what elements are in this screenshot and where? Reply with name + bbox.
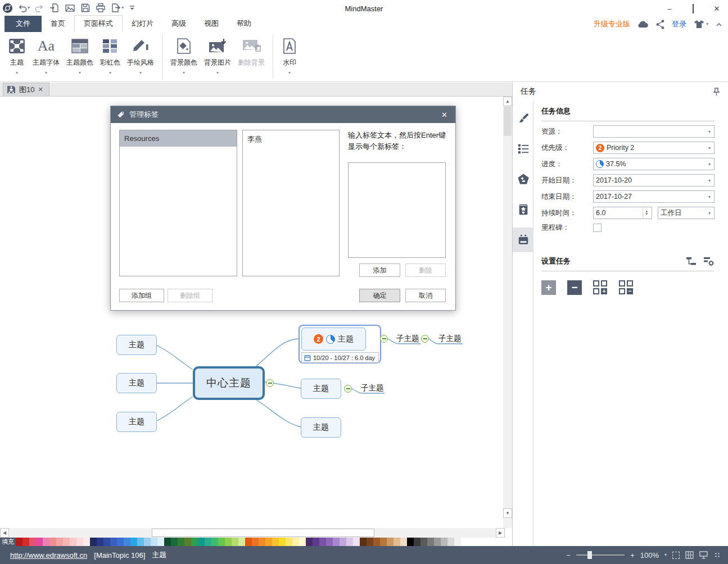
document-tab[interactable]: 图10 ✕	[3, 83, 49, 96]
zoom-out-button[interactable]: −	[567, 551, 571, 560]
theme-font-button[interactable]: Aa 主题字体 ▾	[29, 32, 63, 81]
maximize-button[interactable]	[686, 4, 700, 13]
fill-color-swatch[interactable]	[313, 538, 319, 546]
add-group-button[interactable]: 添加组	[119, 289, 164, 302]
topic-node[interactable]: 主题	[301, 379, 341, 399]
duration-input[interactable]: 6.0 ▲ ▼	[593, 207, 652, 219]
edrawsoft-link[interactable]: http://www.edrawsoft.cn	[10, 551, 87, 560]
fill-color-swatch[interactable]	[360, 538, 367, 546]
fill-color-swatch[interactable]	[245, 538, 252, 546]
fill-color-swatch[interactable]	[184, 538, 191, 546]
milestone-checkbox[interactable]	[593, 224, 602, 232]
fill-color-swatch[interactable]	[218, 538, 225, 546]
collapse-toggle[interactable]	[380, 335, 388, 343]
horizontal-scroll-thumb[interactable]	[152, 529, 374, 537]
fill-color-swatch[interactable]	[306, 538, 313, 546]
zoom-slider[interactable]	[576, 554, 625, 556]
background-image-button[interactable]: 背景图片 ▾	[201, 32, 234, 81]
zoom-dropdown-icon[interactable]: ▾	[664, 553, 667, 557]
fill-color-swatch[interactable]	[286, 538, 292, 546]
collapse-toggle[interactable]	[421, 335, 429, 343]
fill-color-swatch[interactable]	[265, 538, 272, 546]
theme-button[interactable]: 主题 ▾	[4, 32, 29, 81]
selected-topic-node[interactable]: 2 主题 10/20 - 10/27 : 6.0 day	[299, 325, 381, 363]
zoom-in-button[interactable]: +	[630, 551, 635, 560]
end-date-dropdown[interactable]: 2017-10-27 ▾	[593, 190, 715, 203]
panel-tab-symbols[interactable]	[513, 197, 533, 222]
cloud-icon[interactable]	[637, 20, 649, 28]
tab-page-style[interactable]: 页面样式	[74, 15, 123, 32]
panel-tab-format[interactable]	[513, 106, 533, 131]
fill-color-swatch[interactable]	[420, 538, 427, 546]
fill-color-swatch[interactable]	[137, 538, 144, 546]
fill-color-swatch[interactable]	[90, 538, 97, 546]
skin-dropdown-icon[interactable]: ▾	[706, 22, 708, 26]
collapse-toggle[interactable]	[344, 385, 352, 393]
fill-color-swatch[interactable]	[232, 538, 238, 546]
fill-color-swatch[interactable]	[43, 538, 49, 546]
collapse-toggle[interactable]	[266, 379, 274, 387]
duration-unit-dropdown[interactable]: 工作日 ▾	[658, 207, 715, 219]
fill-color-swatch[interactable]	[394, 538, 400, 546]
fill-color-swatch[interactable]	[400, 538, 407, 546]
fill-color-swatch[interactable]	[124, 538, 130, 546]
fill-color-swatch[interactable]	[164, 538, 171, 546]
fill-color-swatch[interactable]	[157, 538, 164, 546]
fill-color-swatch[interactable]	[178, 538, 184, 546]
fill-color-swatch[interactable]	[319, 538, 326, 546]
fill-color-swatch[interactable]	[198, 538, 205, 546]
fill-color-swatch[interactable]	[151, 538, 157, 546]
mindmap-canvas[interactable]: 中心主题 主题 主题 主题 主题 主题 2 主题 10/20 - 10/27 :…	[0, 97, 512, 528]
background-color-button[interactable]: 背景颜色 ▾	[167, 32, 201, 81]
start-date-dropdown[interactable]: 2017-10-20 ▾	[593, 174, 715, 187]
panel-tab-outline[interactable]	[513, 137, 533, 161]
fit-to-window-icon[interactable]	[672, 552, 680, 559]
subtopic-node[interactable]: 子主题	[396, 334, 419, 344]
fill-color-swatch[interactable]	[434, 538, 441, 546]
fill-color-swatch[interactable]	[367, 538, 373, 546]
panel-tab-clipart[interactable]	[513, 167, 533, 192]
zoom-level[interactable]: 100%	[640, 551, 659, 560]
tab-home[interactable]: 首页	[42, 16, 74, 32]
fill-color-swatch[interactable]	[76, 538, 83, 546]
fill-color-swatch[interactable]	[238, 538, 245, 546]
fill-color-swatch[interactable]	[252, 538, 259, 546]
duration-spinner[interactable]: ▲ ▼	[643, 207, 649, 219]
fill-color-swatch[interactable]	[380, 538, 387, 546]
collapse-ribbon-button[interactable]	[716, 22, 722, 27]
fill-color-swatch[interactable]	[49, 538, 56, 546]
fill-color-swatch[interactable]	[56, 538, 63, 546]
scroll-left-button[interactable]: ◀	[0, 528, 9, 538]
priority-dropdown[interactable]: 2 Priority 2 ▾	[593, 142, 715, 154]
vertical-scrollbar[interactable]: ▲ ▼	[503, 97, 512, 528]
tab-advanced[interactable]: 高级	[162, 16, 195, 32]
fill-color-swatch[interactable]	[63, 538, 70, 546]
tag-group-item[interactable]: Resources	[120, 130, 237, 147]
task-settings-icon[interactable]	[703, 256, 715, 266]
resource-dropdown[interactable]: ▾	[593, 125, 715, 138]
fill-color-swatch[interactable]	[171, 538, 178, 546]
fill-color-swatch[interactable]	[346, 538, 353, 546]
fill-color-swatch[interactable]	[211, 538, 218, 546]
fill-color-swatch[interactable]	[83, 538, 90, 546]
gantt-link-icon[interactable]	[686, 256, 697, 266]
theme-color-button[interactable]: 主题颜色 ▾	[63, 32, 97, 81]
dialog-title-bar[interactable]: 管理标签 ✕	[111, 106, 455, 123]
fill-color-swatch[interactable]	[387, 538, 394, 546]
page-layout-icon[interactable]	[685, 551, 694, 559]
tags-list[interactable]: 李燕	[242, 130, 340, 276]
topic-node[interactable]: 主题	[116, 373, 157, 393]
fill-color-swatch[interactable]	[292, 538, 299, 546]
hand-drawn-button[interactable]: 手绘风格 ▾	[124, 32, 157, 81]
vertical-scroll-thumb[interactable]	[504, 107, 512, 136]
fill-color-swatch[interactable]	[205, 538, 211, 546]
add-all-tasks-button[interactable]: +	[593, 280, 608, 295]
upgrade-pro-link[interactable]: 升级专业版	[594, 19, 630, 29]
fill-color-swatch[interactable]	[407, 538, 414, 546]
tag-groups-list[interactable]: Resources	[119, 130, 237, 276]
fill-color-swatch[interactable]	[414, 538, 420, 546]
fill-color-swatch[interactable]	[70, 538, 76, 546]
cancel-button[interactable]: 取消	[405, 289, 446, 302]
fill-color-swatch[interactable]	[191, 538, 198, 546]
fill-color-swatch[interactable]	[225, 538, 232, 546]
